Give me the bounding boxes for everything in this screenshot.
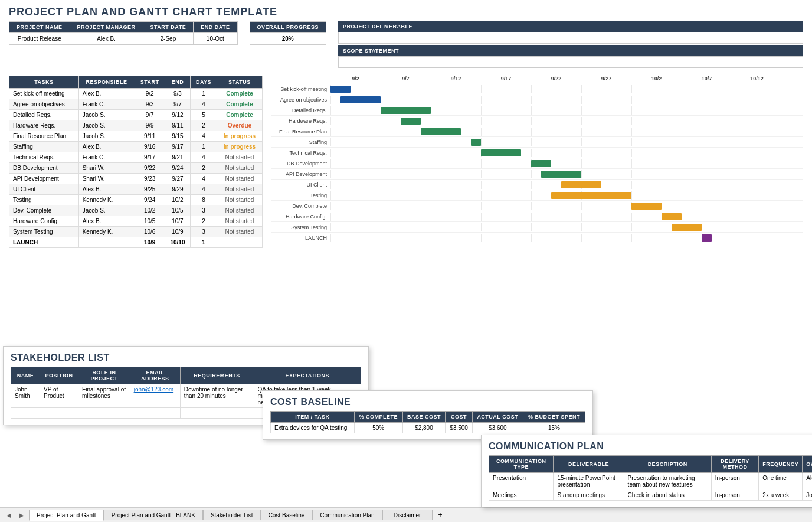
task-responsible: Frank C. bbox=[78, 99, 135, 110]
gantt-grid-line bbox=[531, 181, 532, 189]
task-row: UI Client Alex B. 9/25 9/29 4 Not starte… bbox=[9, 184, 263, 195]
gantt-grid-line bbox=[330, 138, 331, 146]
task-name: Staffing bbox=[9, 142, 79, 152]
gantt-grid-line bbox=[581, 234, 582, 242]
gantt-grid-line bbox=[330, 191, 331, 200]
task-end: 9/15 bbox=[165, 131, 190, 142]
gantt-date-label: 9/27 bbox=[581, 76, 631, 81]
sh-position: VP of Product bbox=[40, 384, 78, 408]
gantt-row-label: API Development bbox=[271, 171, 330, 177]
gantt-grid-line bbox=[481, 234, 482, 242]
col-project-name: PROJECT NAME bbox=[9, 22, 70, 33]
gantt-grid-line bbox=[381, 159, 381, 168]
project-start-value: 2-Sep bbox=[143, 33, 194, 45]
tab-left-arrow[interactable]: ◀ bbox=[3, 510, 15, 520]
gantt-grid-line bbox=[631, 96, 632, 104]
gantt-date-label: 9/12 bbox=[431, 76, 481, 81]
gantt-grid-line bbox=[732, 159, 732, 168]
tab-item[interactable]: - Disclaimer - bbox=[382, 510, 433, 520]
tab-item[interactable]: Project Plan and Gantt bbox=[29, 510, 104, 521]
gantt-date-label: 10/2 bbox=[631, 76, 682, 81]
tab-item[interactable]: Project Plan and Gantt - BLANK bbox=[104, 510, 203, 520]
gantt-grid-line bbox=[682, 234, 682, 242]
comm-card: COMMUNICATION PLAN COMMUNICATION TYPE DE… bbox=[481, 435, 812, 507]
task-days: 4 bbox=[191, 99, 217, 110]
task-status: Complete bbox=[217, 89, 262, 99]
gantt-bar bbox=[471, 139, 481, 146]
gantt-bars-container bbox=[330, 128, 732, 136]
task-start: 9/22 bbox=[135, 163, 165, 174]
task-row: Hardware Reqs. Jacob S. 9/9 9/11 2 Overd… bbox=[9, 120, 263, 131]
task-days: 4 bbox=[191, 184, 217, 195]
gantt-grid-line bbox=[330, 234, 331, 242]
gantt-grid-line bbox=[732, 170, 732, 178]
task-row: Dev. Complete Jacob S. 10/2 10/5 3 Not s… bbox=[9, 205, 263, 216]
th-tasks: TASKS bbox=[9, 76, 79, 89]
comm-table: COMMUNICATION TYPE DELIVERABLE DESCRIPTI… bbox=[489, 455, 812, 501]
gantt-grid-line bbox=[682, 202, 682, 210]
task-row: Final Resource Plan Jacob S. 9/11 9/15 4… bbox=[9, 131, 263, 142]
task-responsible: Kennedy K. bbox=[78, 195, 135, 205]
task-days: 4 bbox=[191, 152, 217, 163]
gantt-grid-line bbox=[531, 202, 532, 210]
gantt-row-label: LAUNCH bbox=[271, 235, 330, 241]
gantt-grid-line bbox=[631, 234, 632, 242]
gantt-date-label: 9/7 bbox=[381, 76, 431, 81]
comm-th-type: COMMUNICATION TYPE bbox=[489, 456, 554, 473]
task-end: 9/3 bbox=[165, 89, 190, 99]
task-row: DB Development Shari W. 9/22 9/24 2 Not … bbox=[9, 163, 263, 174]
gantt-grid-line bbox=[531, 234, 532, 242]
gantt-bars-container bbox=[330, 170, 732, 178]
task-responsible: Jacob S. bbox=[78, 110, 135, 120]
comm-type-1: Presentation bbox=[489, 473, 554, 490]
gantt-grid-line bbox=[732, 223, 732, 231]
scope-header: SCOPE STATEMENT bbox=[338, 45, 803, 56]
task-end: 9/11 bbox=[165, 120, 190, 131]
comm-title: COMMUNICATION PLAN bbox=[489, 441, 812, 452]
tab-item[interactable]: Communication Plan bbox=[312, 510, 382, 520]
comm-type-2: Meetings bbox=[489, 490, 554, 501]
gantt-grid-line bbox=[330, 213, 331, 221]
task-row: Agree on objectives Frank C. 9/3 9/7 4 C… bbox=[9, 99, 263, 110]
gantt-grid-line bbox=[581, 106, 582, 115]
tab-item[interactable]: Stakeholder List bbox=[203, 510, 261, 520]
task-row: System Testing Kennedy K. 10/6 10/9 3 No… bbox=[9, 227, 263, 237]
task-days: 3 bbox=[191, 227, 217, 237]
task-row: LAUNCH 10/9 10/10 1 bbox=[9, 237, 263, 248]
main-content: TASKS RESPONSIBLE START END DAYS STATUS … bbox=[0, 71, 812, 253]
gantt-grid-line bbox=[581, 213, 582, 221]
task-end: 10/7 bbox=[165, 216, 190, 227]
gantt-grid-line bbox=[732, 149, 732, 157]
task-status: Complete bbox=[217, 110, 262, 120]
comm-th-method: DELIVERY METHOD bbox=[711, 456, 759, 473]
comm-th-owner: OWNER bbox=[803, 456, 812, 473]
gantt-bar bbox=[551, 192, 631, 199]
gantt-grid-line bbox=[381, 181, 381, 189]
tab-right-arrow[interactable]: ▶ bbox=[16, 510, 28, 520]
task-responsible: Alex B. bbox=[78, 216, 135, 227]
gantt-grid-line bbox=[631, 117, 632, 125]
task-name: Detailed Reqs. bbox=[9, 110, 79, 120]
gantt-bar bbox=[381, 107, 431, 114]
gantt-grid-line bbox=[481, 85, 482, 93]
tab-add-button[interactable]: + bbox=[434, 509, 447, 521]
task-start: 9/17 bbox=[135, 152, 165, 163]
tab-item[interactable]: Cost Baseline bbox=[261, 510, 313, 520]
gantt-row: DB Development bbox=[271, 158, 803, 169]
gantt-row-label: Staffing bbox=[271, 139, 330, 145]
gantt-row: Dev. Complete bbox=[271, 201, 803, 211]
gantt-grid-line bbox=[732, 234, 732, 242]
gantt-grid-line bbox=[631, 128, 632, 136]
gantt-bar bbox=[702, 234, 712, 242]
gantt-row: Final Resource Plan bbox=[271, 126, 803, 137]
gantt-grid-line bbox=[732, 117, 732, 125]
gantt-grid-line bbox=[631, 223, 632, 231]
task-days: 8 bbox=[191, 195, 217, 205]
gantt-row-label: Technical Reqs. bbox=[271, 150, 330, 156]
gantt-grid-line bbox=[431, 223, 431, 231]
gantt-grid-line bbox=[481, 96, 482, 104]
task-responsible: Jacob S. bbox=[78, 120, 135, 131]
task-status: Complete bbox=[217, 99, 262, 110]
gantt-grid-line bbox=[330, 117, 331, 125]
gantt-date-label: 10/12 bbox=[732, 76, 782, 81]
